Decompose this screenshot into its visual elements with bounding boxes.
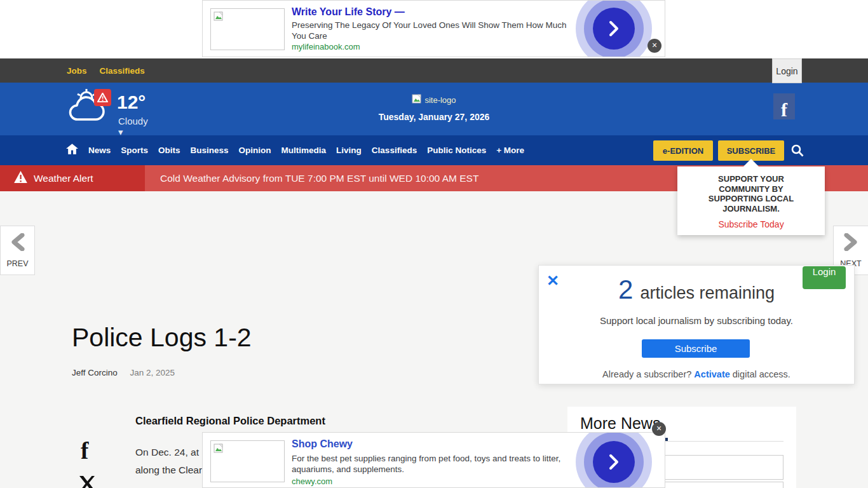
share-facebook-icon[interactable]: f bbox=[81, 437, 88, 464]
nav-item-public-notices[interactable]: Public Notices bbox=[427, 146, 486, 155]
bottom-ad-close-icon[interactable]: × bbox=[652, 422, 666, 436]
weather-alert-message: Cold Weather Advisory from TUE 7:00 PM E… bbox=[160, 165, 478, 191]
utility-bar: Jobs Classifieds bbox=[0, 58, 868, 83]
broken-image-icon bbox=[214, 11, 224, 22]
promo-pointer bbox=[743, 159, 759, 166]
home-icon[interactable] bbox=[66, 144, 78, 157]
search-icon[interactable] bbox=[791, 144, 804, 159]
bottom-ad-body: For the best pet supplies ranging from p… bbox=[292, 454, 568, 475]
nav-item-more[interactable]: + More bbox=[496, 146, 524, 155]
paywall-footer: Already a subscriber? Activate digital a… bbox=[539, 369, 854, 379]
article-body-line: On Dec. 24, at bbox=[135, 447, 199, 458]
top-ad-cta-button[interactable] bbox=[576, 0, 652, 57]
nav-item-opinion[interactable]: Opinion bbox=[239, 146, 271, 155]
site-logo-alt-text: site-logo bbox=[424, 95, 456, 105]
header-date: Tuesday, January 27, 2026 bbox=[0, 112, 868, 122]
top-ad-banner: Write Your Life Story — Preserving The L… bbox=[202, 0, 665, 57]
prev-article-button[interactable]: PREV bbox=[0, 226, 35, 275]
login-button[interactable]: Login bbox=[772, 58, 802, 83]
broken-image-icon bbox=[412, 94, 422, 106]
bottom-ad-title[interactable]: Shop Chewy bbox=[292, 438, 353, 450]
warning-triangle-icon bbox=[14, 171, 27, 186]
activate-link[interactable]: Activate bbox=[694, 369, 729, 379]
bottom-ad-banner: Shop Chewy For the best pet supplies ran… bbox=[202, 432, 665, 488]
subscribe-promo-panel: SUPPORT YOUR COMMUNITY BY SUPPORTING LOC… bbox=[677, 166, 825, 235]
facebook-icon[interactable]: f bbox=[773, 93, 795, 119]
article-section-heading: Clearfield Regional Police Department bbox=[135, 415, 325, 427]
chevron-right-icon bbox=[609, 454, 619, 470]
top-ad-close-icon[interactable]: × bbox=[648, 39, 661, 53]
bottom-ad-url[interactable]: chewy.com bbox=[292, 477, 332, 486]
article-author[interactable]: Jeff Corcino bbox=[72, 368, 118, 377]
bottom-ad-image-placeholder bbox=[210, 440, 285, 482]
subscribe-today-link[interactable]: Subscribe Today bbox=[677, 219, 825, 229]
jobs-link[interactable]: Jobs bbox=[67, 66, 87, 76]
weather-alert-label: Weather Alert bbox=[34, 173, 93, 184]
share-x-icon[interactable] bbox=[79, 476, 96, 488]
more-news-title: More News bbox=[580, 414, 660, 433]
top-ad-url[interactable]: mylifeinabook.com bbox=[292, 42, 360, 51]
paywall-login-button[interactable]: Login bbox=[803, 266, 846, 289]
article-body-line: along the Clear bbox=[135, 464, 202, 476]
nav-item-multimedia[interactable]: Multimedia bbox=[281, 146, 327, 155]
promo-message: SUPPORT YOUR COMMUNITY BY SUPPORTING LOC… bbox=[699, 174, 803, 214]
paywall-subscribe-button[interactable]: Subscribe bbox=[642, 339, 750, 358]
chevron-right-icon bbox=[609, 20, 619, 37]
top-ad-body: Preserving The Legacy Of Your Loved Ones… bbox=[292, 20, 579, 41]
nav-item-living[interactable]: Living bbox=[336, 146, 362, 155]
classifieds-link[interactable]: Classifieds bbox=[100, 66, 145, 76]
nav-item-business[interactable]: Business bbox=[191, 146, 229, 155]
article-title: Police Logs 1-2 bbox=[72, 323, 252, 353]
weather-alert-label-area: Weather Alert bbox=[0, 165, 145, 191]
eedition-button[interactable]: e-EDITION bbox=[653, 140, 713, 161]
articles-remaining-count: 2 bbox=[618, 274, 633, 305]
nav-item-classifieds[interactable]: Classifieds bbox=[372, 146, 417, 155]
site-header: 12° Cloudy ▾ site-logo Tuesday, January … bbox=[0, 83, 868, 135]
top-ad-image-placeholder bbox=[210, 8, 285, 50]
top-ad-title[interactable]: Write Your Life Story — bbox=[292, 6, 405, 18]
broken-image-icon bbox=[214, 444, 224, 454]
nav-item-news[interactable]: News bbox=[88, 146, 111, 155]
byline: Jeff Corcino Jan 2, 2025 bbox=[72, 368, 175, 377]
chevron-right-icon bbox=[844, 233, 858, 254]
subscribe-nav-button[interactable]: SUBSCRIBE bbox=[718, 140, 784, 161]
site-logo[interactable]: site-logo bbox=[0, 94, 868, 106]
page: Jobs Classifieds Login bbox=[0, 0, 868, 488]
article-date: Jan 2, 2025 bbox=[130, 368, 175, 377]
chevron-left-icon bbox=[11, 233, 25, 254]
articles-remaining-label: articles remaining bbox=[640, 283, 775, 303]
nav-item-obits[interactable]: Obits bbox=[158, 146, 180, 155]
bottom-ad-cta-button[interactable] bbox=[576, 432, 652, 488]
nav-item-sports[interactable]: Sports bbox=[121, 146, 148, 155]
paywall-message: Support local journalism by subscribing … bbox=[539, 315, 854, 326]
weather-alert-badge-icon bbox=[94, 89, 111, 106]
